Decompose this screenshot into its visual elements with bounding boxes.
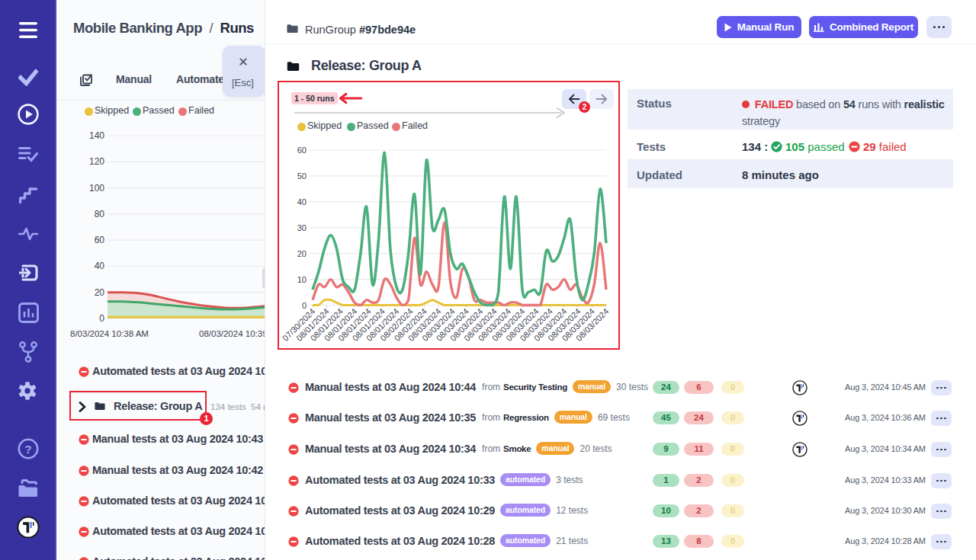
svg-text:80: 80 xyxy=(95,209,105,219)
svg-text:40: 40 xyxy=(95,261,105,271)
svg-text:?: ? xyxy=(24,443,31,456)
svg-text:120: 120 xyxy=(89,156,104,167)
svg-text:140: 140 xyxy=(89,130,104,141)
svg-text:60: 60 xyxy=(95,235,105,245)
svg-text:0: 0 xyxy=(99,313,104,324)
svg-text:20: 20 xyxy=(95,287,105,298)
svg-text:100: 100 xyxy=(89,183,104,194)
